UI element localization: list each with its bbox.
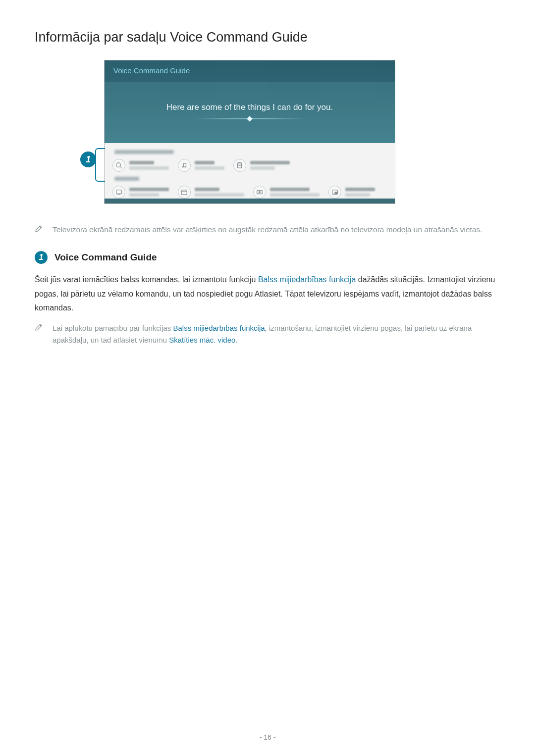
svg-point-2 [182,166,184,167]
command-tile-row-1 [112,159,387,172]
section-1-title: Voice Command Guide [54,252,157,263]
svg-point-12 [259,192,261,193]
svg-rect-9 [182,190,187,195]
main-heading: Informācija par sadaļu Voice Command Gui… [35,30,500,45]
link-voice-interaction[interactable]: Balss mijiedarbības funkcija [173,324,265,332]
command-tile [328,186,375,199]
callout-bracket [95,148,105,182]
svg-rect-14 [335,192,337,194]
screenshot-title-bar: Voice Command Guide [105,60,395,82]
voice-guide-screenshot: Voice Command Guide Here are some of the… [104,60,395,204]
command-tile-row-2 [112,186,387,199]
note-text: Lai aplūkotu pamācību par funkcijas Bals… [53,322,500,346]
note-1: Televizora ekrānā redzamais attēls var a… [35,224,500,236]
command-tile [253,186,320,199]
blurred-heading [114,150,174,154]
section-1-header: 1 Voice Command Guide [35,251,500,264]
text-fragment: Lai aplūkotu pamācību par funkcijas [53,324,173,332]
svg-rect-7 [116,190,122,194]
note-2: Lai aplūkotu pamācību par funkcijas Bals… [35,322,500,346]
command-tile [178,186,244,199]
page-number: - 16 - [0,733,535,741]
hero-text: Here are some of the things I can do for… [109,102,390,112]
music-icon [178,159,191,172]
number-badge-1: 1 [35,251,48,264]
tv-icon [112,186,125,199]
callout-badge-1: 1 [80,151,96,167]
command-tile [178,159,224,172]
pip-icon [328,186,341,199]
search-icon [112,159,125,172]
section-1-paragraph: Šeit jūs varat iemācīties balss komandas… [35,273,500,315]
command-tile [233,159,290,172]
record-icon [253,186,266,199]
link-voice-interaction[interactable]: Balss mijiedarbības funkcija [258,275,356,284]
page-icon [233,159,246,172]
link-watch-video[interactable]: Skatīties māc. video [169,336,235,344]
voice-indicator-glow [190,118,309,119]
blurred-heading [114,177,139,181]
pencil-icon [35,225,43,236]
note-text: Televizora ekrānā redzamais attēls var a… [53,224,482,236]
command-tile [112,159,169,172]
pencil-icon [35,323,43,346]
screenshot-lower-panel [105,143,395,199]
svg-line-1 [120,167,122,169]
text-fragment: Šeit jūs varat iemācīties balss komandas… [35,275,258,284]
screenshot-container: 1 Voice Command Guide Here are some of t… [104,60,500,204]
screenshot-hero: Here are some of the things I can do for… [105,82,395,143]
text-fragment: . [235,336,237,344]
svg-point-0 [116,163,121,167]
calendar-icon [178,186,191,199]
command-tile [112,186,169,199]
svg-point-3 [185,166,186,167]
